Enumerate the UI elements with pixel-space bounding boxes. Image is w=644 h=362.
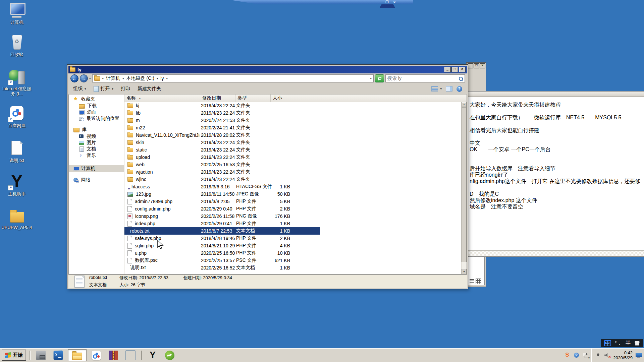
sidebar-item-图片[interactable]: 图片 xyxy=(69,139,124,146)
title-bar[interactable]: ly _ □ × xyxy=(68,66,467,73)
horizontal-scrollbar[interactable] xyxy=(467,250,644,256)
table-row[interactable]: lib2019/4/23 22:24文件夹 xyxy=(124,109,320,117)
taskbar-button-explorer[interactable] xyxy=(68,349,87,361)
sidebar-item-网络[interactable]: 网络 xyxy=(69,177,124,183)
close-icon[interactable]: × xyxy=(392,0,397,4)
table-row[interactable]: robots.txt2019/8/7 22:53文本文档1 KB xyxy=(124,227,320,235)
grid-icon[interactable] xyxy=(476,279,481,284)
taskbar-button-baidu-netdisk[interactable] xyxy=(89,349,104,361)
search-icon[interactable] xyxy=(459,76,463,81)
sidebar-item-计算机[interactable]: 计算机 xyxy=(69,165,124,172)
sidebar-item-收藏夹[interactable]: 收藏夹 xyxy=(69,96,124,103)
ime-punctuation[interactable]: °， xyxy=(615,340,622,346)
ime-skin-shirt-icon[interactable] xyxy=(634,341,640,346)
desktop-icon-iis[interactable]: Internet 信息服务 (I... xyxy=(1,68,32,96)
sidebar-item-桌面[interactable]: 桌面 xyxy=(69,109,124,115)
forward-button[interactable]: → xyxy=(80,74,88,82)
desktop-icon-y[interactable]: 主机助手 xyxy=(1,174,32,196)
chevron-down-icon[interactable]: ▾ xyxy=(102,77,104,80)
refresh-button[interactable] xyxy=(375,74,384,82)
chevron-down-icon[interactable]: ▾ xyxy=(122,77,124,80)
table-row[interactable]: 说明.txt2020/2/25 16:52文本文档1 KB xyxy=(124,264,320,272)
sidebar-item-库[interactable]: 库 xyxy=(69,126,124,133)
taskbar-button-powershell[interactable] xyxy=(51,349,65,361)
table-row[interactable]: sqlin.php2014/8/21 10:29PHP 文件4 KB xyxy=(124,242,320,249)
desktop-icon-folder[interactable]: UPUPW_AP5.4 xyxy=(1,207,32,230)
network-monitor-icon[interactable] xyxy=(636,353,642,358)
show-hidden-icons-chevron[interactable] xyxy=(595,352,601,358)
address-dropdown-icon[interactable]: ▾ xyxy=(370,77,372,80)
notepad-text-area[interactable]: 大家好，今天给大家带来天痕搭建教程在包里大家自行下载） 微软运行库 NET4.5… xyxy=(467,97,644,250)
table-row[interactable]: web2020/2/25 16:53文件夹 xyxy=(124,161,320,168)
recent-pages-icon[interactable]: ▾ xyxy=(89,77,91,80)
views-button[interactable]: ▾ xyxy=(431,86,442,92)
windows-stack-icon[interactable] xyxy=(583,352,589,358)
table-row[interactable]: 数据库.psc2020/2/25 13:57PSC 文件621 KB xyxy=(124,257,320,264)
table-row[interactable]: wjaction2019/4/23 22:24文件夹 xyxy=(124,168,320,176)
sidebar-item-文档[interactable]: 文档 xyxy=(69,146,124,152)
open-button[interactable]: 打开▾ xyxy=(94,86,114,92)
breadcrumb-item[interactable]: 计算机 xyxy=(106,75,120,81)
desktop-icon-computer[interactable]: 计算机 xyxy=(1,2,32,25)
table-row[interactable]: skin2019/4/23 22:24文件夹 xyxy=(124,139,320,146)
column-header-size[interactable]: 大小 xyxy=(271,95,294,102)
table-row[interactable]: 123.jpg2019/6/11 14:50JPEG 图像50 KB xyxy=(124,190,320,198)
table-row[interactable]: m2020/2/24 21:53文件夹 xyxy=(124,117,320,124)
breadcrumb-item[interactable]: 本地磁盘 (C:) xyxy=(126,75,154,81)
sidebar-item-最近访问的位置[interactable]: 最近访问的位置 xyxy=(69,115,124,122)
desktop-icon-baidu[interactable]: 百度网盘 xyxy=(1,105,32,128)
start-button[interactable]: 开始 xyxy=(2,350,26,361)
table-row[interactable]: upload2019/4/23 22:24文件夹 xyxy=(124,154,320,161)
help-tray-icon[interactable] xyxy=(574,352,580,358)
close-icon[interactable]: × xyxy=(480,63,485,68)
table-row[interactable]: m222020/2/24 21:41文件夹 xyxy=(124,124,320,131)
table-row[interactable]: .htaccess2019/3/6 3:16HTACCESS 文件1 KB xyxy=(124,183,320,190)
help-button[interactable]: ? xyxy=(457,86,462,92)
maximize-icon[interactable]: □ xyxy=(474,63,479,68)
desktop-icon-recycle[interactable]: 回收站 xyxy=(1,34,32,57)
table-row[interactable]: safe.sys.php2018/4/28 19:46PHP 文件2 KB xyxy=(124,235,320,242)
desktop-icon-textfile[interactable]: 说明.txt xyxy=(1,140,32,163)
restore-icon[interactable]: ❐ xyxy=(384,0,390,4)
sidebar-item-音乐[interactable]: 音乐 xyxy=(69,152,124,159)
table-row[interactable]: admin778899.php2019/3/8 2:05PHP 文件5 KB xyxy=(124,198,320,205)
chevron-down-icon[interactable]: ▾ xyxy=(157,77,158,80)
preview-pane-button[interactable] xyxy=(446,86,452,92)
column-header-name[interactable]: 名称▲ xyxy=(124,95,200,102)
taskbar-button-notepad[interactable] xyxy=(123,349,138,361)
taskbar-button-y-host-assistant[interactable] xyxy=(145,349,160,361)
new-folder-button[interactable]: 新建文件夹 xyxy=(138,86,161,92)
volume-muted-icon[interactable] xyxy=(604,352,610,358)
ime-mode-chinese[interactable]: 中 xyxy=(604,340,611,346)
organize-button[interactable]: 组织▾ xyxy=(73,86,86,92)
table-row[interactable]: config.admin.php2020/5/29 0:40PHP 文件2 KB xyxy=(124,205,320,213)
close-icon[interactable]: × xyxy=(459,67,466,72)
print-button[interactable]: 打印 xyxy=(121,86,130,92)
top-slide-bar[interactable]: ❐ × xyxy=(231,0,413,4)
vertical-scrollbar[interactable]: ▲ ▼ xyxy=(461,102,467,274)
ime-width-mode[interactable]: 半 xyxy=(626,340,631,346)
table-row[interactable]: static2019/4/23 22:24文件夹 xyxy=(124,146,320,154)
top-bar-tab[interactable] xyxy=(380,4,395,8)
table-row[interactable]: u.php2020/2/25 16:50PHP 文件10 KB xyxy=(124,249,320,257)
chevron-down-icon[interactable]: ▾ xyxy=(166,77,168,80)
table-row[interactable]: wjinc2019/4/23 22:24文件夹 xyxy=(124,176,320,183)
sidebar-item-下载[interactable]: 下载 xyxy=(69,103,124,109)
maximize-icon[interactable]: □ xyxy=(451,67,458,72)
scrollbar-thumb[interactable] xyxy=(462,107,467,262)
ime-bar[interactable]: 中 °， 半 xyxy=(601,339,643,347)
table-row[interactable]: Navicat_V11.0.10_XiTongZhiJia2019/4/28 2… xyxy=(124,131,320,139)
scroll-down-icon[interactable]: ▼ xyxy=(462,269,467,274)
taskbar-button-winrar[interactable] xyxy=(106,349,121,361)
table-row[interactable]: index.php2020/5/29 0:41PHP 文件1 KB xyxy=(124,220,320,227)
sogou-ime-icon[interactable] xyxy=(565,352,571,358)
back-button[interactable]: ← xyxy=(70,74,78,82)
breadcrumb-item[interactable]: ly xyxy=(160,76,164,81)
minimize-icon[interactable]: _ xyxy=(468,63,473,68)
search-input[interactable]: 搜索 ly xyxy=(385,74,465,82)
table-row[interactable]: kj2019/4/23 22:24文件夹 xyxy=(124,102,320,109)
scroll-up-icon[interactable]: ▲ xyxy=(462,102,467,107)
table-row[interactable]: iconsp.png2020/2/26 11:58PNG 图像176 KB xyxy=(124,213,320,220)
sidebar-item-视频[interactable]: 视频 xyxy=(69,133,124,139)
column-header-date[interactable]: 修改日期 xyxy=(200,95,235,102)
